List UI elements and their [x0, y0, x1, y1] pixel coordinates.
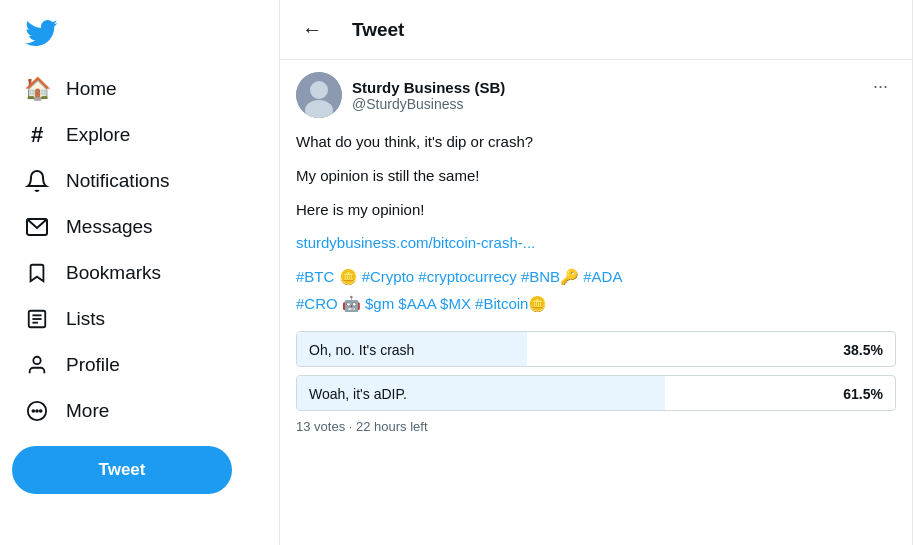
sidebar-item-profile[interactable]: Profile — [12, 342, 267, 388]
bell-icon — [24, 168, 50, 194]
sidebar-item-explore[interactable]: # Explore — [12, 112, 267, 158]
author-info: Sturdy Business (SB) @SturdyBusiness — [296, 72, 505, 118]
explore-icon: # — [24, 122, 50, 148]
poll-option-2[interactable]: Woah, it's aDIP. 61.5% — [296, 375, 896, 411]
tweet-link[interactable]: sturdybusiness.com/bitcoin-crash-... — [296, 234, 896, 251]
sidebar-item-label: Bookmarks — [66, 262, 161, 284]
sidebar-item-home[interactable]: 🏠 Home — [12, 66, 267, 112]
tweet-line-3: Here is my opinion! — [296, 198, 896, 222]
avatar — [296, 72, 342, 118]
more-icon — [24, 398, 50, 424]
sidebar-item-messages[interactable]: Messages — [12, 204, 267, 250]
tweet-button[interactable]: Tweet — [12, 446, 232, 494]
user-icon — [24, 352, 50, 378]
sidebar-item-label: Notifications — [66, 170, 170, 192]
sidebar-item-more[interactable]: More — [12, 388, 267, 434]
tweet-line-2: My opinion is still the same! — [296, 164, 896, 188]
sidebar: 🏠 Home # Explore Notifications — [0, 0, 280, 545]
tweet-header: ← Tweet — [280, 0, 912, 60]
poll-option-2-label: Woah, it's aDIP. — [297, 386, 419, 402]
sidebar-item-lists[interactable]: Lists — [12, 296, 267, 342]
poll-option-1[interactable]: Oh, no. It's crash 38.5% — [296, 331, 896, 367]
bookmark-icon — [24, 260, 50, 286]
poll-option-1-label: Oh, no. It's crash — [297, 342, 426, 358]
tweet-tags-line1: #BTC 🪙 #Crypto #cryptocurrecy #BNB🔑 #ADA — [296, 263, 896, 290]
sidebar-item-label: Lists — [66, 308, 105, 330]
tweet-body: What do you think, it's dip or crash? My… — [296, 130, 896, 222]
poll-option-1-percent: 38.5% — [843, 332, 883, 367]
svg-point-5 — [33, 357, 40, 364]
tweet-more-button[interactable]: ··· — [865, 72, 896, 101]
mail-icon — [24, 214, 50, 240]
twitter-logo — [12, 8, 267, 62]
svg-point-7 — [32, 410, 34, 412]
tweet-content-area: Sturdy Business (SB) @SturdyBusiness ···… — [280, 60, 912, 545]
svg-point-8 — [36, 410, 38, 412]
tweet-tags: #BTC 🪙 #Crypto #cryptocurrecy #BNB🔑 #ADA… — [296, 263, 896, 317]
back-button[interactable]: ← — [296, 12, 328, 47]
author-name: Sturdy Business (SB) — [352, 79, 505, 96]
poll-option-2-percent: 61.5% — [843, 376, 883, 411]
main-content: ← Tweet Sturdy Business (SB) @SturdyBusi… — [280, 0, 913, 545]
author-text: Sturdy Business (SB) @SturdyBusiness — [352, 79, 505, 112]
sidebar-item-bookmarks[interactable]: Bookmarks — [12, 250, 267, 296]
tweet-author-row: Sturdy Business (SB) @SturdyBusiness ··· — [296, 72, 896, 118]
sidebar-item-label: More — [66, 400, 109, 422]
lists-icon — [24, 306, 50, 332]
sidebar-item-notifications[interactable]: Notifications — [12, 158, 267, 204]
svg-point-11 — [310, 81, 328, 99]
sidebar-item-label: Home — [66, 78, 117, 100]
tweet-title: Tweet — [352, 19, 404, 41]
tweet-tags-line2: #CRO 🤖 $gm $AAA $MX #Bitcoin🪙 — [296, 290, 896, 317]
tweet-line-1: What do you think, it's dip or crash? — [296, 130, 896, 154]
tweet-poll: Oh, no. It's crash 38.5% Woah, it's aDIP… — [296, 331, 896, 434]
sidebar-item-label: Explore — [66, 124, 130, 146]
main-nav: 🏠 Home # Explore Notifications — [12, 66, 267, 434]
author-handle: @SturdyBusiness — [352, 96, 505, 112]
home-icon: 🏠 — [24, 76, 50, 102]
sidebar-item-label: Profile — [66, 354, 120, 376]
svg-point-9 — [40, 410, 42, 412]
poll-meta: 13 votes · 22 hours left — [296, 419, 896, 434]
sidebar-item-label: Messages — [66, 216, 153, 238]
